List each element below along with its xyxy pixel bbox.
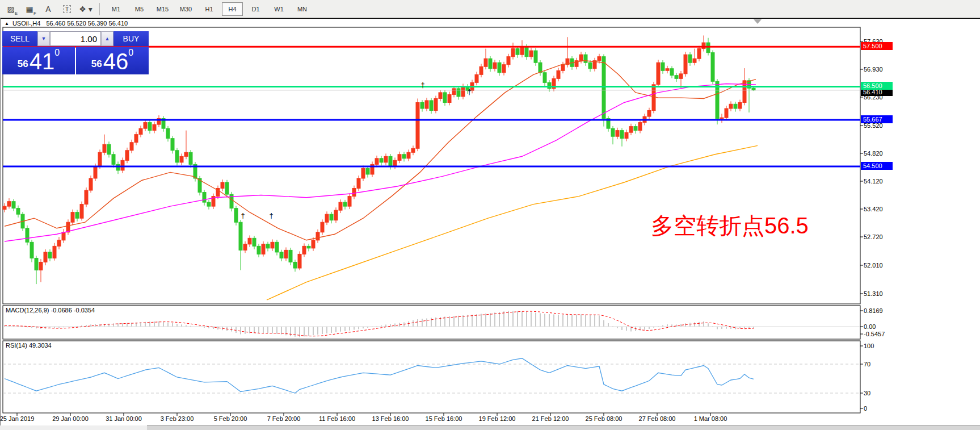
volume-input[interactable]: 1.00 (50, 31, 101, 46)
window-bottom-strip (0, 425, 980, 430)
time-tick-label: 25 Jan 2019 (0, 415, 34, 422)
chart-annotation-text: 多空转折点56.5 (651, 210, 809, 241)
sell-price-pip: 0 (54, 49, 60, 57)
sell-price-prefix: 56 (18, 56, 28, 73)
time-tick-label: 25 Feb 08:00 (586, 415, 623, 422)
time-tick-label: 11 Feb 16:00 (319, 415, 355, 422)
time-tick-label: 21 Feb 12:00 (532, 415, 569, 422)
dagger-mark: † (420, 81, 424, 89)
time-tick-label: 19 Feb 12:00 (479, 415, 516, 422)
time-tick-label: 5 Feb 20:00 (214, 415, 247, 422)
volume-increase-button[interactable]: ▲ (101, 31, 113, 46)
axis-tick-label: 53.420 (864, 206, 883, 212)
price-badge-54.500: 54.500 (861, 162, 893, 170)
dagger-mark: † (269, 211, 273, 220)
window-bottom-strip-left (0, 425, 147, 430)
chart-shift-marker-icon[interactable] (754, 19, 762, 24)
buy-price-prefix: 56 (91, 56, 102, 73)
sell-price-display[interactable]: 56 41 0 (2, 47, 75, 74)
axis-tick-label: 54.120 (864, 178, 883, 185)
axis-tick-label: 0 (864, 405, 867, 412)
axis-tick-label: -0.5457 (864, 331, 885, 337)
buy-price-display[interactable]: 56 46 0 (76, 47, 149, 74)
time-tick-label: 7 Feb 20:00 (267, 415, 301, 422)
time-tick-label: 31 Jan 00:00 (106, 415, 142, 422)
axis-tick-label: 70 (864, 361, 870, 368)
sell-price-main: 41 (30, 50, 55, 73)
time-tick-label: 29 Jan 00:00 (52, 415, 89, 422)
axis-tick-label: 52.720 (864, 233, 883, 240)
price-badge-57.500: 57.500 (861, 42, 893, 50)
rsi-indicator-label: RSI(14) 49.3034 (6, 342, 52, 349)
axis-tick-label: 56.930 (864, 66, 883, 73)
buy-price-pip: 0 (128, 49, 133, 57)
macd-indicator-label: MACD(12,26,9) -0.0686 -0.0354 (6, 307, 95, 314)
axis-tick-label: 52.010 (864, 262, 883, 269)
sell-button[interactable]: SELL (2, 31, 37, 46)
axis-tick-label: 100 (864, 343, 874, 349)
axis-tick-label: 54.820 (864, 150, 883, 157)
dagger-mark: † (467, 87, 471, 96)
rsi-panel-frame (3, 341, 860, 413)
axis-tick-label: 0.8169 (864, 307, 883, 314)
buy-button[interactable]: BUY (113, 31, 149, 46)
axis-tick-label: 51.310 (864, 290, 883, 297)
axis-tick-label: 0.00 (864, 323, 876, 330)
dagger-mark: † (241, 211, 245, 220)
volume-decrease-button[interactable]: ▼ (37, 31, 50, 46)
time-tick-label: 27 Feb 08:00 (639, 415, 676, 422)
axis-tick-label: 30 (864, 390, 870, 396)
time-tick-label: 13 Feb 16:00 (372, 415, 409, 422)
time-tick-label: 15 Feb 16:00 (426, 415, 462, 422)
price-badge-56.500: 56.500 (861, 82, 893, 90)
time-tick-label: 1 Mar 08:00 (694, 415, 727, 422)
mt4-chart-window: ▨E▦FAT❖ ▾M1M5M15M30H1H4D1W1MN ▲ USOil-,H… (0, 0, 980, 430)
time-tick-label: 3 Feb 23:00 (161, 415, 194, 422)
window-left-border (0, 18, 1, 425)
one-click-trading-panel: SELL ▼ 1.00 ▲ BUY 56 41 0 56 46 0 (2, 31, 149, 74)
price-badge-55.667: 55.667 (861, 115, 893, 123)
buy-price-main: 46 (103, 50, 129, 73)
